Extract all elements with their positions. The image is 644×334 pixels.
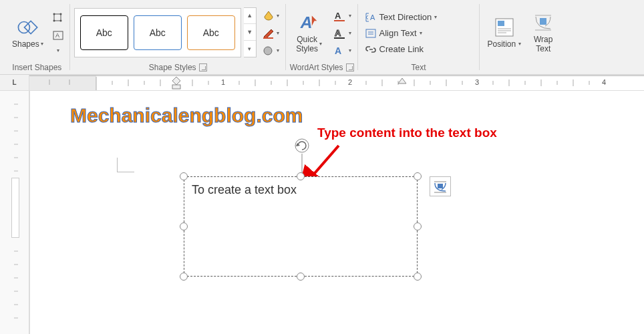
link-icon <box>365 43 377 55</box>
text-box[interactable]: To create a text box <box>184 176 418 277</box>
quick-styles-button[interactable]: A QuickStyles▾ <box>291 10 328 54</box>
group-shape-styles: Abc Abc Abc ▲ ▼ ▾ ▾ ▾ ▾ S <box>70 0 286 74</box>
svg-marker-64 <box>398 78 406 84</box>
resize-handle-ne[interactable] <box>414 172 422 180</box>
text-outline-button[interactable]: A▾ <box>331 25 353 41</box>
document-page[interactable]: Mechanicalengblog.com Type content into … <box>29 91 644 334</box>
svg-point-3 <box>53 13 55 15</box>
layout-options-button[interactable] <box>430 176 451 196</box>
shape-style-preset-2[interactable]: Abc <box>134 15 182 50</box>
svg-marker-62 <box>172 77 180 85</box>
resize-handle-nw[interactable] <box>180 172 188 180</box>
text-direction-icon: A <box>365 11 377 23</box>
svg-text:A: A <box>55 32 59 39</box>
edit-shape-button[interactable] <box>50 10 66 26</box>
shape-styles-launcher[interactable] <box>199 63 207 71</box>
gallery-more-button[interactable]: ▾ <box>244 41 256 57</box>
quick-styles-icon: A <box>298 11 321 34</box>
svg-point-5 <box>53 19 55 21</box>
align-text-icon <box>365 27 377 39</box>
shape-style-preset-3[interactable]: Abc <box>187 15 235 50</box>
resize-handle-s[interactable] <box>297 273 305 281</box>
right-indent-marker[interactable] <box>397 75 408 89</box>
text-direction-button[interactable]: A Text Direction ▾ <box>362 9 476 25</box>
margin-corner-mark <box>117 158 134 172</box>
svg-point-6 <box>59 19 61 21</box>
text-effects-button[interactable]: A▾ <box>331 43 353 59</box>
watermark-text: Mechanicalengblog.com <box>70 104 303 127</box>
draw-textbox-button[interactable]: A <box>50 27 66 43</box>
create-link-label: Create Link <box>379 44 424 54</box>
workspace: Mechanicalengblog.com Type content into … <box>0 91 644 334</box>
svg-rect-16 <box>334 37 345 39</box>
resize-handle-w[interactable] <box>180 222 188 230</box>
svg-rect-19 <box>366 29 375 37</box>
chevron-down-icon: ▾ <box>41 41 43 47</box>
shape-outline-button[interactable]: ▾ <box>259 25 282 41</box>
gallery-down-button[interactable]: ▼ <box>244 24 256 41</box>
resize-handle-sw[interactable] <box>180 273 188 281</box>
group-wordart-styles: A QuickStyles▾ A▾ A▾ A▾ WordArt Styles <box>286 0 358 74</box>
svg-text:A: A <box>335 11 341 21</box>
layout-options-icon <box>432 179 448 194</box>
shapes-label: Shapes <box>12 40 39 49</box>
ribbon: Shapes▾ A ▾ Insert Shapes Abc Abc Abc <box>0 0 644 75</box>
resize-handle-n[interactable] <box>297 172 305 180</box>
text-fill-button[interactable]: A▾ <box>331 8 353 24</box>
horizontal-ruler[interactable]: 1 2 3 4 <box>29 75 644 90</box>
annotation-label: Type content into the text box <box>317 126 497 140</box>
svg-text:A: A <box>335 28 341 38</box>
align-text-button[interactable]: Align Text ▾ <box>362 25 476 41</box>
shape-fill-button[interactable]: ▾ <box>259 8 282 24</box>
align-text-label: Align Text <box>379 28 417 38</box>
create-link-button[interactable]: Create Link <box>362 41 476 57</box>
group-text: A Text Direction ▾ Align Text ▾ C <box>358 0 480 74</box>
shapes-button[interactable]: Shapes▾ <box>8 15 47 50</box>
position-label: Position <box>488 40 516 49</box>
svg-rect-1 <box>25 21 37 33</box>
svg-rect-23 <box>498 21 504 26</box>
position-icon <box>493 16 516 39</box>
svg-rect-82 <box>438 184 443 188</box>
wordart-launcher[interactable] <box>346 63 354 71</box>
group-caption-insert-shapes: Insert Shapes <box>12 63 61 72</box>
wrap-text-button[interactable]: WrapText <box>528 10 558 54</box>
svg-rect-9 <box>263 37 273 39</box>
wrap-text-label: WrapText <box>534 35 552 53</box>
rotate-handle[interactable] <box>292 136 312 175</box>
resize-handle-e[interactable] <box>414 222 422 230</box>
group-caption-shape-styles: Shape Styles <box>149 63 196 72</box>
text-direction-label: Text Direction <box>379 12 432 22</box>
svg-rect-27 <box>540 18 546 25</box>
shape-style-preset-1[interactable]: Abc <box>80 15 128 50</box>
shape-effects-button[interactable]: ▾ <box>259 43 282 59</box>
quick-styles-label: QuickStyles <box>296 35 318 53</box>
svg-text:A: A <box>370 13 375 21</box>
position-button[interactable]: Position▾ <box>484 15 526 50</box>
vertical-ruler[interactable] <box>0 91 29 334</box>
shapes-icon <box>16 16 39 39</box>
group-insert-shapes: Shapes▾ A ▾ Insert Shapes <box>4 0 70 74</box>
shape-style-gallery[interactable]: Abc Abc Abc <box>74 8 241 57</box>
svg-point-4 <box>59 13 61 15</box>
svg-rect-2 <box>54 14 61 21</box>
svg-rect-14 <box>334 20 345 21</box>
wrap-text-icon <box>532 11 554 34</box>
tab-selector[interactable]: L <box>0 75 29 90</box>
ruler-area: L 1 2 3 4 <box>0 75 644 91</box>
group-arrange: Position▾ WrapText <box>480 0 563 74</box>
text-box-content[interactable]: To create a text box <box>192 183 297 197</box>
gallery-up-button[interactable]: ▲ <box>244 8 256 25</box>
resize-handle-se[interactable] <box>414 273 422 281</box>
svg-rect-63 <box>172 85 180 89</box>
group-caption-text: Text <box>412 63 426 72</box>
indent-marker[interactable] <box>170 75 183 90</box>
svg-text:A: A <box>335 45 341 56</box>
group-caption-wordart: WordArt Styles <box>290 63 343 72</box>
shapes-more-button[interactable]: ▾ <box>50 45 66 57</box>
svg-text:A: A <box>299 14 312 32</box>
